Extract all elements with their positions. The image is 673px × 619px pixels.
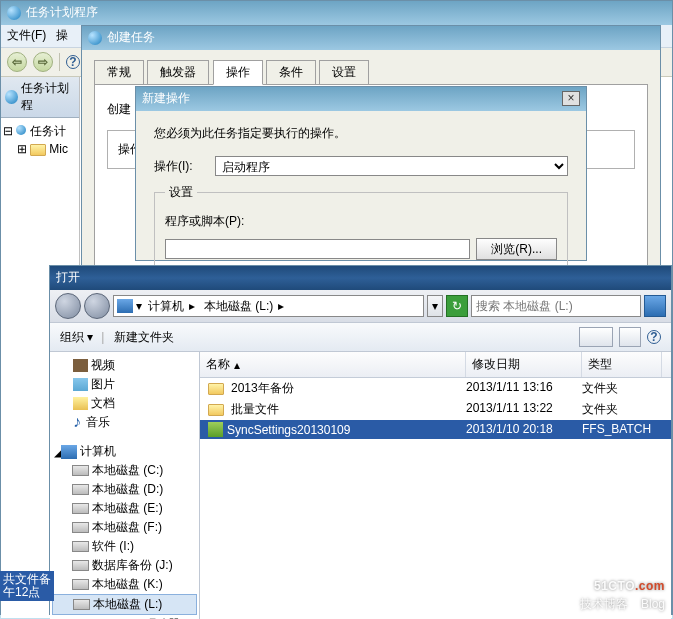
breadcrumb[interactable]: ▾ 计算机▸ 本地磁盘 (L:)▸ bbox=[113, 295, 424, 317]
help-icon[interactable]: ? bbox=[66, 55, 80, 69]
tab-settings[interactable]: 设置 bbox=[319, 60, 369, 84]
create-task-titlebar[interactable]: 创建任务 bbox=[82, 26, 660, 50]
help-icon[interactable]: ? bbox=[647, 330, 661, 344]
tab-actions[interactable]: 操作 bbox=[213, 60, 263, 85]
sort-icon: ▴ bbox=[234, 358, 240, 372]
organize-button[interactable]: 组织 ▾ bbox=[60, 329, 93, 346]
drive-item[interactable]: BD-ROM 驱动器 ( bbox=[52, 615, 197, 619]
task-scheduler-titlebar[interactable]: 任务计划程序 bbox=[1, 1, 672, 25]
search-icon[interactable] bbox=[644, 295, 666, 317]
taskbar-badge: 共文件备午12点 bbox=[0, 571, 54, 601]
menu-file[interactable]: 文件(F) bbox=[7, 28, 46, 42]
column-headers[interactable]: 名称 ▴ 修改日期 类型 bbox=[200, 352, 671, 378]
settings-fieldset: 设置 程序或脚本(P): 浏览(R)... bbox=[154, 184, 568, 277]
app-icon bbox=[7, 6, 21, 20]
tree-item[interactable]: ⊞ Mic bbox=[3, 141, 77, 157]
drive-item[interactable]: 本地磁盘 (F:) bbox=[52, 518, 197, 537]
program-input[interactable] bbox=[165, 239, 470, 259]
drive-icon bbox=[72, 503, 89, 514]
tree-header: 任务计划程 bbox=[1, 77, 79, 118]
new-action-titlebar[interactable]: 新建操作 × bbox=[136, 87, 586, 111]
open-dialog: 打开 ▾ 计算机▸ 本地磁盘 (L:)▸ ▾ ↻ 搜索 本地磁盘 (L:) 组织… bbox=[49, 265, 672, 615]
crumb-drive[interactable]: 本地磁盘 (L:)▸ bbox=[201, 298, 287, 315]
view-mode-icon[interactable] bbox=[579, 327, 613, 347]
new-folder-button[interactable]: 新建文件夹 bbox=[114, 329, 174, 346]
tab-general[interactable]: 常规 bbox=[94, 60, 144, 84]
tab-triggers[interactable]: 触发器 bbox=[147, 60, 209, 84]
col-type[interactable]: 类型 bbox=[582, 352, 662, 377]
nav-fwd-icon[interactable]: ⇨ bbox=[33, 52, 53, 72]
drive-icon bbox=[72, 579, 89, 590]
ffs-icon bbox=[208, 422, 223, 437]
drive-icon bbox=[72, 522, 89, 533]
drive-item[interactable]: 数据库备份 (J:) bbox=[52, 556, 197, 575]
crumb-computer[interactable]: 计算机▸ bbox=[145, 298, 198, 315]
col-date[interactable]: 修改日期 bbox=[466, 352, 582, 377]
organize-bar: 组织 ▾ | 新建文件夹 ? bbox=[50, 322, 671, 352]
folder-icon bbox=[208, 404, 224, 416]
col-name[interactable]: 名称 bbox=[206, 356, 230, 373]
action-label: 操作(I): bbox=[154, 158, 209, 175]
open-titlebar[interactable]: 打开 bbox=[50, 266, 671, 290]
drive-item[interactable]: 本地磁盘 (E:) bbox=[52, 499, 197, 518]
drive-item[interactable]: 本地磁盘 (C:) bbox=[52, 461, 197, 480]
nav-fwd-icon[interactable] bbox=[84, 293, 110, 319]
watermark: 51CTO.com 技术博客 Blog bbox=[580, 568, 665, 613]
settings-legend: 设置 bbox=[165, 184, 197, 201]
program-label: 程序或脚本(P): bbox=[165, 213, 557, 230]
toolbar-divider bbox=[59, 53, 60, 71]
new-action-title: 新建操作 bbox=[142, 90, 190, 107]
new-action-desc: 您必须为此任务指定要执行的操作。 bbox=[154, 125, 568, 142]
docs-icon bbox=[73, 397, 88, 410]
nav-pane[interactable]: 视频 图片 文档 ♪音乐 ◢计算机 本地磁盘 (C:)本地磁盘 (D:)本地磁盘… bbox=[50, 352, 200, 619]
lib-docs[interactable]: 文档 bbox=[52, 394, 197, 413]
drive-item[interactable]: 本地磁盘 (D:) bbox=[52, 480, 197, 499]
search-input[interactable]: 搜索 本地磁盘 (L:) bbox=[471, 295, 641, 317]
crumb-row: ▾ 计算机▸ 本地磁盘 (L:)▸ ▾ ↻ 搜索 本地磁盘 (L:) bbox=[50, 290, 671, 322]
lib-music[interactable]: ♪音乐 bbox=[52, 413, 197, 432]
browse-button[interactable]: 浏览(R)... bbox=[476, 238, 557, 260]
list-item[interactable]: 批量文件 2013/1/11 13:22 文件夹 bbox=[200, 399, 671, 420]
video-icon bbox=[73, 359, 88, 372]
lib-pictures[interactable]: 图片 bbox=[52, 375, 197, 394]
drive-icon bbox=[73, 599, 90, 610]
folder-icon bbox=[208, 383, 224, 395]
action-select[interactable]: 启动程序 bbox=[215, 156, 568, 176]
drive-icon bbox=[72, 560, 89, 571]
tree-hdr-text: 任务计划程 bbox=[21, 80, 75, 114]
folder-icon bbox=[30, 144, 46, 156]
task-icon bbox=[88, 31, 102, 45]
create-task-title: 创建任务 bbox=[107, 29, 155, 46]
globe-icon bbox=[5, 90, 18, 104]
list-item[interactable]: 2013年备份 2013/1/11 13:16 文件夹 bbox=[200, 378, 671, 399]
drive-icon bbox=[72, 465, 89, 476]
nav-back-icon[interactable]: ⇦ bbox=[7, 52, 27, 72]
nav-back-icon[interactable] bbox=[55, 293, 81, 319]
pictures-icon bbox=[73, 378, 88, 391]
clock-icon bbox=[16, 125, 26, 135]
drive-icon bbox=[72, 541, 89, 552]
computer-icon bbox=[61, 445, 77, 459]
task-scheduler-title: 任务计划程序 bbox=[26, 4, 98, 21]
new-action-dialog: 新建操作 × 您必须为此任务指定要执行的操作。 操作(I): 启动程序 设置 程… bbox=[135, 86, 587, 261]
refresh-icon[interactable]: ↻ bbox=[446, 295, 468, 317]
drive-item[interactable]: 本地磁盘 (K:) bbox=[52, 575, 197, 594]
list-item[interactable]: SyncSettings20130109 2013/1/10 20:18 FFS… bbox=[200, 420, 671, 439]
drive-icon bbox=[72, 484, 89, 495]
crumb-expand-icon[interactable]: ▾ bbox=[427, 295, 443, 317]
nav-computer[interactable]: ◢计算机 bbox=[52, 442, 197, 461]
tab-strip: 常规 触发器 操作 条件 设置 bbox=[94, 59, 648, 84]
computer-icon bbox=[117, 299, 133, 313]
menu-action[interactable]: 操 bbox=[56, 28, 68, 42]
tree-root[interactable]: ⊟ 任务计 bbox=[3, 122, 77, 141]
open-title: 打开 bbox=[56, 269, 80, 286]
drive-item[interactable]: 软件 (I:) bbox=[52, 537, 197, 556]
drive-item[interactable]: 本地磁盘 (L:) bbox=[52, 594, 197, 615]
lib-video[interactable]: 视频 bbox=[52, 356, 197, 375]
tab-conditions[interactable]: 条件 bbox=[266, 60, 316, 84]
close-icon[interactable]: × bbox=[562, 91, 580, 106]
music-icon: ♪ bbox=[73, 416, 83, 430]
preview-toggle-icon[interactable] bbox=[619, 327, 641, 347]
